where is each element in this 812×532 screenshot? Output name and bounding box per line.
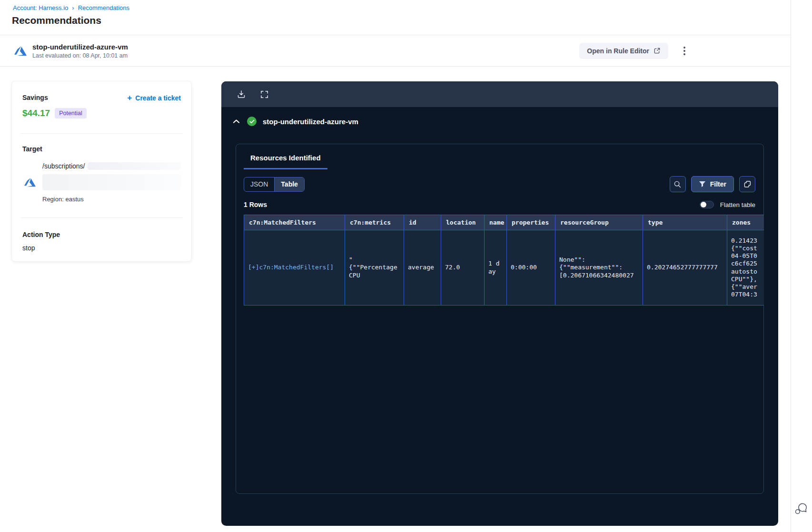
kebab-menu-button[interactable]: [681, 44, 688, 58]
savings-amount: $44.17: [22, 108, 50, 118]
flatten-table-toggle[interactable]: [700, 201, 714, 208]
divider: [20, 133, 183, 134]
recommendations-page: Account: Harness.io › Recommendations Re…: [0, 0, 812, 532]
cell-metrics: " {""Percentage CPU: [345, 230, 404, 305]
action-type-value: stop: [22, 244, 181, 252]
cell-id: average: [404, 230, 441, 305]
breadcrumb-separator-icon: ›: [72, 4, 74, 11]
create-ticket-button[interactable]: + Create a ticket: [127, 94, 181, 102]
create-ticket-label: Create a ticket: [135, 94, 181, 102]
open-rule-editor-button[interactable]: Open in Rule Editor: [579, 43, 668, 59]
tab-resources-identified[interactable]: Resources Identified: [244, 154, 327, 169]
redacted-text: [88, 162, 181, 170]
collapse-section-button[interactable]: [232, 118, 241, 125]
view-table-button[interactable]: Table: [274, 177, 304, 191]
panel-toolbar: [221, 81, 778, 107]
recommendation-header: stop-underutilized-azure-vm Last evaluat…: [0, 35, 791, 67]
column-header[interactable]: resourceGroup: [555, 215, 643, 230]
azure-icon: [24, 177, 36, 188]
column-header[interactable]: properties: [507, 215, 555, 230]
fullscreen-button[interactable]: [259, 89, 270, 100]
table-row: [+]c7n:MatchedFilters[] " {""Percentage …: [244, 230, 764, 305]
column-header[interactable]: c7n:metrics: [345, 215, 404, 230]
recommendation-details-card: Savings + Create a ticket $44.17 Potenti…: [11, 81, 192, 262]
view-mode-toggle: JSON Table: [244, 177, 305, 192]
flatten-table-control: Flatten table: [700, 201, 755, 208]
resources-table: c7n:MatchedFilters c7n:metrics id locati…: [244, 215, 764, 305]
status-success-badge: [247, 117, 257, 126]
column-header[interactable]: location: [441, 215, 485, 230]
cell-resource-group: None"": {""measurement"": [0.20671066342…: [555, 230, 643, 305]
rows-count: 1 Rows: [244, 201, 267, 208]
cell-name: 1 day: [485, 230, 507, 305]
breadcrumb-recommendations-link[interactable]: Recommendations: [78, 4, 129, 11]
page-title: Recommendations: [12, 15, 101, 26]
help-chat-button[interactable]: [794, 502, 808, 516]
target-label: Target: [22, 145, 181, 153]
redacted-text: [42, 174, 181, 190]
chevron-up-icon: [233, 119, 240, 124]
azure-icon: [14, 45, 27, 57]
target-region: Region: eastus: [42, 196, 181, 203]
target-path: /subscriptions/: [42, 162, 85, 170]
column-header[interactable]: name: [485, 215, 507, 230]
cell-type: 0.20274652777777777: [643, 230, 727, 305]
panel-rule-title: stop-underutilized-azure-vm: [263, 118, 358, 126]
flatten-table-label: Flatten table: [720, 201, 755, 208]
recommendation-last-evaluated: Last evaluated on: 08 Apr, 10:01 am: [32, 52, 128, 59]
resources-identified-card: Resources Identified JSON Table: [236, 144, 764, 494]
matched-filters-expand-link[interactable]: [+]c7n:MatchedFilters[]: [244, 230, 345, 305]
download-button[interactable]: [236, 89, 247, 100]
filter-label: Filter: [710, 180, 726, 188]
copy-button[interactable]: [739, 176, 755, 192]
plus-icon: +: [127, 94, 132, 102]
breadcrumb: Account: Harness.io › Recommendations: [13, 4, 129, 11]
chat-bubbles-icon: [794, 502, 808, 515]
open-rule-editor-label: Open in Rule Editor: [587, 47, 649, 55]
external-link-icon: [654, 47, 661, 54]
divider: [20, 217, 183, 218]
filter-button[interactable]: Filter: [691, 176, 734, 192]
cell-zones: 0.21423 {""cost 04-05T0 c6cf625 autosto …: [727, 230, 764, 305]
fullscreen-icon: [260, 90, 269, 99]
column-header[interactable]: c7n:MatchedFilters: [244, 215, 345, 230]
breadcrumb-account-link[interactable]: Account: Harness.io: [13, 4, 68, 11]
view-json-button[interactable]: JSON: [244, 177, 274, 191]
resources-table-container: c7n:MatchedFilters c7n:metrics id locati…: [244, 215, 764, 305]
check-icon: [249, 119, 255, 124]
right-rail-divider: [791, 0, 791, 532]
search-button[interactable]: [670, 176, 686, 192]
column-header[interactable]: zones: [727, 215, 764, 230]
copy-icon: [743, 180, 752, 188]
cell-location: 72.0: [441, 230, 485, 305]
savings-potential-badge: Potential: [55, 108, 87, 118]
recommendation-name: stop-underutilized-azure-vm: [32, 43, 128, 51]
evaluation-results-panel: stop-underutilized-azure-vm Resources Id…: [221, 81, 778, 526]
column-header[interactable]: type: [643, 215, 727, 230]
column-header[interactable]: id: [404, 215, 441, 230]
search-icon: [673, 180, 682, 188]
table-header-row: c7n:MatchedFilters c7n:metrics id locati…: [244, 215, 764, 230]
download-icon: [237, 89, 246, 99]
filter-icon: [699, 181, 706, 187]
cell-properties: 0:00:00: [507, 230, 555, 305]
savings-label: Savings: [22, 94, 48, 101]
action-type-label: Action Type: [22, 231, 181, 238]
